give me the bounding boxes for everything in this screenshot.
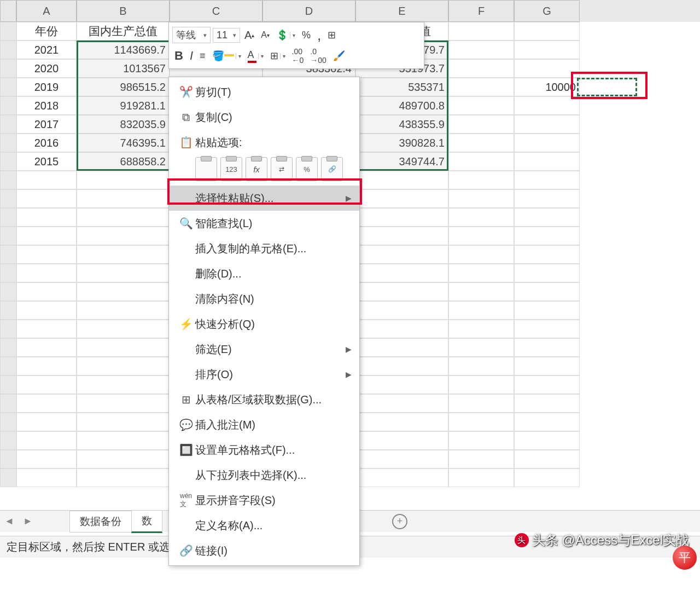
menu-sort[interactable]: 排序(O) ▶ (169, 362, 359, 387)
bucket-icon: 🪣 (212, 50, 224, 62)
cell[interactable]: 746395.1 (77, 134, 170, 152)
cell[interactable]: 986515.2 (77, 78, 170, 96)
comma-format-button[interactable]: , (315, 26, 323, 45)
bold-button[interactable]: B (172, 48, 185, 64)
cell[interactable]: 1143669.7 (77, 40, 170, 59)
font-size-select[interactable]: 11▾ (213, 28, 240, 43)
cell[interactable]: 832035.9 (77, 115, 170, 134)
toutiao-icon: 头 (515, 533, 529, 547)
decrease-font-button[interactable]: A▾ (259, 29, 272, 41)
menu-paste-special[interactable]: 选择性粘贴(S)... ▶ (169, 186, 359, 211)
mini-toolbar: 等线▾ 11▾ A▴ A▾ 💲▾ % , ⊞ B I ≡ 🪣▾ A▾ ⊞▾ .0… (168, 22, 424, 69)
menu-smart-lookup[interactable]: 🔍 智能查找(L) (169, 211, 359, 236)
cell[interactable] (448, 59, 514, 78)
cell[interactable] (514, 152, 580, 171)
paste-option-all[interactable] (195, 157, 217, 181)
paste-option-transpose[interactable]: ⇄ (271, 157, 293, 181)
cell[interactable] (448, 22, 514, 40)
percent-format-button[interactable]: % (300, 28, 313, 42)
align-button[interactable]: ≡ (197, 49, 208, 63)
link-icon: 🔗 (328, 165, 336, 173)
cell[interactable] (514, 115, 580, 134)
cell[interactable] (448, 152, 514, 171)
menu-cut[interactable]: ✂️ 剪切(T) (169, 79, 359, 105)
cell[interactable] (514, 59, 580, 78)
italic-button[interactable]: I (188, 48, 195, 64)
cell[interactable] (514, 134, 580, 152)
cell[interactable]: 2018 (16, 96, 77, 115)
menu-label: 定义名称(A)... (195, 518, 352, 533)
fill-color-button[interactable]: 🪣▾ (210, 49, 243, 63)
cell[interactable]: 438355.9 (355, 115, 448, 134)
cell[interactable]: 2015 (16, 152, 77, 171)
cell[interactable]: 2020 (16, 59, 77, 78)
tab-nav-prev[interactable]: ► (19, 516, 37, 527)
col-header-D[interactable]: D (262, 0, 355, 22)
cell[interactable]: 2021 (16, 40, 77, 59)
menu-insert-copied[interactable]: 插入复制的单元格(E)... (169, 236, 359, 261)
cell[interactable] (448, 40, 514, 59)
cell[interactable]: 年份 (16, 22, 77, 40)
tab-nav-first[interactable]: ◄ (0, 516, 19, 527)
cell[interactable]: 535371 (355, 78, 448, 96)
cell[interactable]: 349744.7 (355, 152, 448, 171)
col-header-E[interactable]: E (355, 0, 448, 22)
borders-button[interactable]: ⊞▾ (268, 49, 288, 63)
menu-format-cells[interactable]: 🔲 设置单元格格式(F)... (169, 437, 359, 462)
cell[interactable] (448, 115, 514, 134)
merge-icon: ⊞ (328, 29, 336, 41)
menu-filter[interactable]: 筛选(E) ▶ (169, 337, 359, 362)
currency-icon: 💲 (276, 29, 288, 41)
increase-font-button[interactable]: A▴ (242, 28, 256, 43)
paste-option-formatting[interactable]: % (296, 157, 318, 181)
menu-dropdown[interactable]: 从下拉列表中选择(K)... (169, 462, 359, 488)
col-header-B[interactable]: B (77, 0, 170, 22)
increase-decimal-button[interactable]: .00←0 (290, 46, 306, 66)
col-header-A[interactable]: A (16, 0, 77, 22)
col-header-C[interactable]: C (170, 0, 262, 22)
cell[interactable]: 919281.1 (77, 96, 170, 115)
cell[interactable] (448, 134, 514, 152)
paste-option-values[interactable]: 123 (220, 157, 242, 181)
col-header-G[interactable]: G (514, 0, 580, 22)
select-all-corner[interactable] (0, 0, 16, 22)
sheet-tab[interactable]: 数据备份 (69, 511, 132, 533)
menu-copy[interactable]: ⧉ 复制(C) (169, 105, 359, 130)
menu-define-name[interactable]: 定义名称(A)... (169, 513, 359, 538)
cell[interactable]: 1013567 (77, 59, 170, 78)
menu-clear[interactable]: 清除内容(N) (169, 286, 359, 311)
cell[interactable]: 489700.8 (355, 96, 448, 115)
cell[interactable]: 688858.2 (77, 152, 170, 171)
accounting-format-button[interactable]: 💲▾ (274, 28, 298, 42)
col-header-F[interactable]: F (448, 0, 514, 22)
menu-delete[interactable]: 删除(D)... (169, 261, 359, 286)
copy-icon: ⧉ (177, 111, 195, 124)
paste-option-formulas[interactable]: fx (246, 157, 267, 181)
quick-analysis-icon: ⚡ (177, 317, 195, 331)
cell[interactable] (514, 40, 580, 59)
menu-phonetic[interactable]: wén文 显示拼音字段(S) (169, 488, 359, 513)
menu-label: 筛选(E) (195, 342, 346, 357)
cell[interactable] (514, 96, 580, 115)
cell[interactable]: 390828.1 (355, 134, 448, 152)
font-name-select[interactable]: 等线▾ (172, 27, 211, 43)
decrease-decimal-button[interactable]: .0→00 (308, 46, 329, 66)
sheet-tab-active[interactable]: 数 (131, 510, 162, 533)
cell[interactable] (448, 96, 514, 115)
cell[interactable]: 2016 (16, 134, 77, 152)
cell[interactable] (448, 78, 514, 96)
add-sheet-button[interactable]: + (392, 514, 407, 529)
menu-link[interactable]: 🔗 链接(I) (169, 538, 359, 563)
cell[interactable]: 2019 (16, 78, 77, 96)
menu-quick-analysis[interactable]: ⚡ 快速分析(Q) (169, 311, 359, 337)
font-color-button[interactable]: A▾ (246, 48, 266, 64)
paste-option-link[interactable]: 🔗 (321, 157, 343, 181)
menu-get-data[interactable]: ⊞ 从表格/区域获取数据(G)... (169, 387, 359, 412)
cell[interactable] (514, 22, 580, 40)
cell[interactable]: 国内生产总值 (77, 22, 170, 40)
cell[interactable]: 2017 (16, 115, 77, 134)
menu-insert-comment[interactable]: 💬 插入批注(M) (169, 412, 359, 437)
merge-button[interactable]: ⊞ (325, 28, 338, 42)
cell[interactable]: 10000 (514, 78, 580, 96)
format-painter-button[interactable]: 🖌️ (331, 49, 347, 63)
